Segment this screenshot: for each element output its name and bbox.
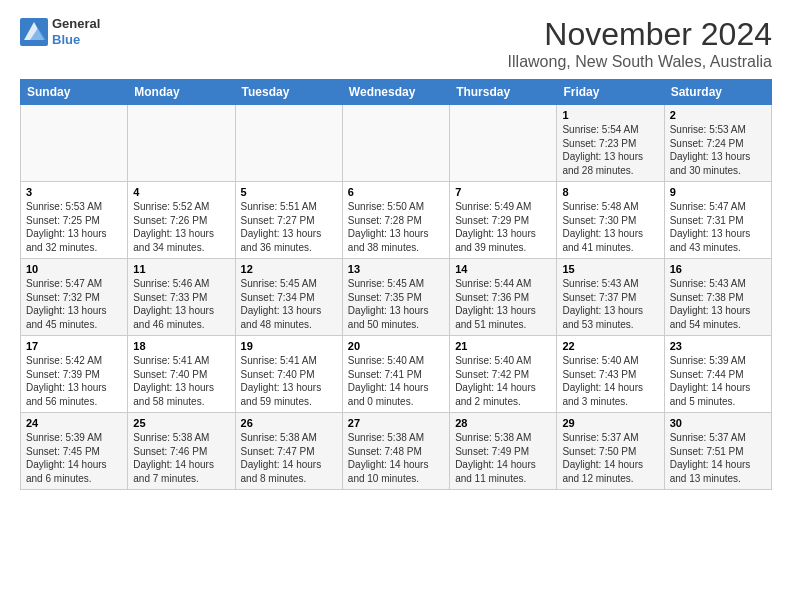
cell-content: Sunrise: 5:50 AMSunset: 7:28 PMDaylight:… [348,200,444,254]
calendar-cell [235,105,342,182]
day-number: 6 [348,186,444,198]
day-number: 22 [562,340,658,352]
day-number: 23 [670,340,766,352]
day-number: 1 [562,109,658,121]
cell-content: Sunrise: 5:40 AMSunset: 7:43 PMDaylight:… [562,354,658,408]
cell-content: Sunrise: 5:41 AMSunset: 7:40 PMDaylight:… [133,354,229,408]
day-number: 8 [562,186,658,198]
calendar-cell: 28Sunrise: 5:38 AMSunset: 7:49 PMDayligh… [450,413,557,490]
cell-content: Sunrise: 5:38 AMSunset: 7:49 PMDaylight:… [455,431,551,485]
weekday-header-monday: Monday [128,80,235,105]
calendar-cell: 23Sunrise: 5:39 AMSunset: 7:44 PMDayligh… [664,336,771,413]
calendar-cell: 20Sunrise: 5:40 AMSunset: 7:41 PMDayligh… [342,336,449,413]
cell-content: Sunrise: 5:37 AMSunset: 7:50 PMDaylight:… [562,431,658,485]
calendar-cell: 9Sunrise: 5:47 AMSunset: 7:31 PMDaylight… [664,182,771,259]
calendar-cell: 10Sunrise: 5:47 AMSunset: 7:32 PMDayligh… [21,259,128,336]
calendar-cell: 14Sunrise: 5:44 AMSunset: 7:36 PMDayligh… [450,259,557,336]
day-number: 12 [241,263,337,275]
day-number: 21 [455,340,551,352]
weekday-header-sunday: Sunday [21,80,128,105]
calendar-cell: 5Sunrise: 5:51 AMSunset: 7:27 PMDaylight… [235,182,342,259]
cell-content: Sunrise: 5:54 AMSunset: 7:23 PMDaylight:… [562,123,658,177]
day-number: 16 [670,263,766,275]
day-number: 7 [455,186,551,198]
weekday-header-thursday: Thursday [450,80,557,105]
cell-content: Sunrise: 5:43 AMSunset: 7:38 PMDaylight:… [670,277,766,331]
calendar-cell: 21Sunrise: 5:40 AMSunset: 7:42 PMDayligh… [450,336,557,413]
day-number: 25 [133,417,229,429]
cell-content: Sunrise: 5:38 AMSunset: 7:48 PMDaylight:… [348,431,444,485]
calendar-cell: 24Sunrise: 5:39 AMSunset: 7:45 PMDayligh… [21,413,128,490]
weekday-header-saturday: Saturday [664,80,771,105]
day-number: 30 [670,417,766,429]
cell-content: Sunrise: 5:40 AMSunset: 7:42 PMDaylight:… [455,354,551,408]
weekday-header-friday: Friday [557,80,664,105]
calendar-cell: 4Sunrise: 5:52 AMSunset: 7:26 PMDaylight… [128,182,235,259]
week-row-1: 1Sunrise: 5:54 AMSunset: 7:23 PMDaylight… [21,105,772,182]
weekday-header-wednesday: Wednesday [342,80,449,105]
cell-content: Sunrise: 5:53 AMSunset: 7:24 PMDaylight:… [670,123,766,177]
cell-content: Sunrise: 5:45 AMSunset: 7:34 PMDaylight:… [241,277,337,331]
week-row-5: 24Sunrise: 5:39 AMSunset: 7:45 PMDayligh… [21,413,772,490]
cell-content: Sunrise: 5:46 AMSunset: 7:33 PMDaylight:… [133,277,229,331]
day-number: 24 [26,417,122,429]
logo-text: General Blue [52,16,100,47]
calendar-table: SundayMondayTuesdayWednesdayThursdayFrid… [20,79,772,490]
day-number: 4 [133,186,229,198]
title-area: November 2024 Illawong, New South Wales,… [508,16,772,71]
day-number: 15 [562,263,658,275]
day-number: 3 [26,186,122,198]
cell-content: Sunrise: 5:37 AMSunset: 7:51 PMDaylight:… [670,431,766,485]
day-number: 28 [455,417,551,429]
day-number: 14 [455,263,551,275]
calendar-cell: 6Sunrise: 5:50 AMSunset: 7:28 PMDaylight… [342,182,449,259]
week-row-2: 3Sunrise: 5:53 AMSunset: 7:25 PMDaylight… [21,182,772,259]
calendar-cell: 18Sunrise: 5:41 AMSunset: 7:40 PMDayligh… [128,336,235,413]
calendar-cell [450,105,557,182]
day-number: 17 [26,340,122,352]
calendar-cell: 1Sunrise: 5:54 AMSunset: 7:23 PMDaylight… [557,105,664,182]
weekday-header-tuesday: Tuesday [235,80,342,105]
day-number: 5 [241,186,337,198]
calendar-cell: 3Sunrise: 5:53 AMSunset: 7:25 PMDaylight… [21,182,128,259]
cell-content: Sunrise: 5:39 AMSunset: 7:44 PMDaylight:… [670,354,766,408]
calendar-cell: 15Sunrise: 5:43 AMSunset: 7:37 PMDayligh… [557,259,664,336]
cell-content: Sunrise: 5:48 AMSunset: 7:30 PMDaylight:… [562,200,658,254]
calendar-cell: 8Sunrise: 5:48 AMSunset: 7:30 PMDaylight… [557,182,664,259]
cell-content: Sunrise: 5:47 AMSunset: 7:32 PMDaylight:… [26,277,122,331]
calendar-cell: 25Sunrise: 5:38 AMSunset: 7:46 PMDayligh… [128,413,235,490]
day-number: 18 [133,340,229,352]
cell-content: Sunrise: 5:51 AMSunset: 7:27 PMDaylight:… [241,200,337,254]
week-row-3: 10Sunrise: 5:47 AMSunset: 7:32 PMDayligh… [21,259,772,336]
header: General Blue November 2024 Illawong, New… [20,16,772,71]
day-number: 13 [348,263,444,275]
week-row-4: 17Sunrise: 5:42 AMSunset: 7:39 PMDayligh… [21,336,772,413]
calendar-cell: 30Sunrise: 5:37 AMSunset: 7:51 PMDayligh… [664,413,771,490]
cell-content: Sunrise: 5:39 AMSunset: 7:45 PMDaylight:… [26,431,122,485]
day-number: 26 [241,417,337,429]
logo: General Blue [20,16,100,47]
calendar-cell [21,105,128,182]
logo-icon [20,18,48,46]
calendar-cell: 16Sunrise: 5:43 AMSunset: 7:38 PMDayligh… [664,259,771,336]
cell-content: Sunrise: 5:53 AMSunset: 7:25 PMDaylight:… [26,200,122,254]
calendar-cell: 27Sunrise: 5:38 AMSunset: 7:48 PMDayligh… [342,413,449,490]
location-title: Illawong, New South Wales, Australia [508,53,772,71]
day-number: 20 [348,340,444,352]
cell-content: Sunrise: 5:38 AMSunset: 7:47 PMDaylight:… [241,431,337,485]
calendar-cell: 2Sunrise: 5:53 AMSunset: 7:24 PMDaylight… [664,105,771,182]
calendar-cell: 13Sunrise: 5:45 AMSunset: 7:35 PMDayligh… [342,259,449,336]
day-number: 2 [670,109,766,121]
cell-content: Sunrise: 5:42 AMSunset: 7:39 PMDaylight:… [26,354,122,408]
calendar-cell: 7Sunrise: 5:49 AMSunset: 7:29 PMDaylight… [450,182,557,259]
day-number: 9 [670,186,766,198]
day-number: 27 [348,417,444,429]
cell-content: Sunrise: 5:52 AMSunset: 7:26 PMDaylight:… [133,200,229,254]
day-number: 29 [562,417,658,429]
cell-content: Sunrise: 5:47 AMSunset: 7:31 PMDaylight:… [670,200,766,254]
month-title: November 2024 [508,16,772,53]
cell-content: Sunrise: 5:45 AMSunset: 7:35 PMDaylight:… [348,277,444,331]
cell-content: Sunrise: 5:40 AMSunset: 7:41 PMDaylight:… [348,354,444,408]
calendar-cell: 26Sunrise: 5:38 AMSunset: 7:47 PMDayligh… [235,413,342,490]
day-number: 11 [133,263,229,275]
